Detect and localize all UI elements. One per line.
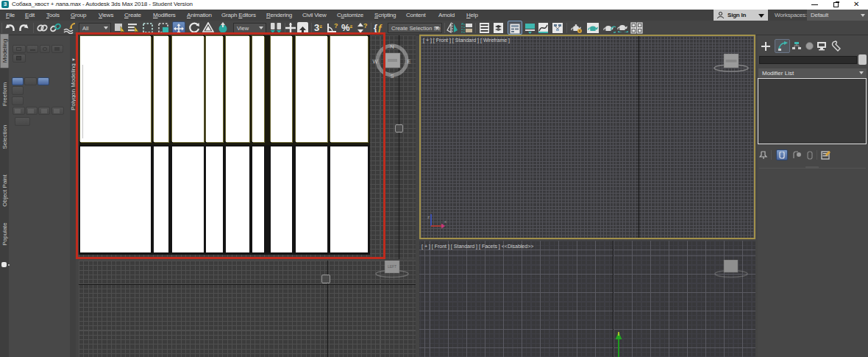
svg-text:x: x (444, 219, 447, 224)
svg-text:E: E (407, 58, 410, 65)
svg-text:S: S (390, 73, 394, 79)
svg-text:LEFT: LEFT (388, 264, 396, 269)
svg-text:z: z (427, 215, 430, 219)
svg-text:?: ? (363, 22, 368, 29)
svg-text:N: N (390, 43, 394, 50)
svg-text:?: ? (334, 22, 338, 29)
